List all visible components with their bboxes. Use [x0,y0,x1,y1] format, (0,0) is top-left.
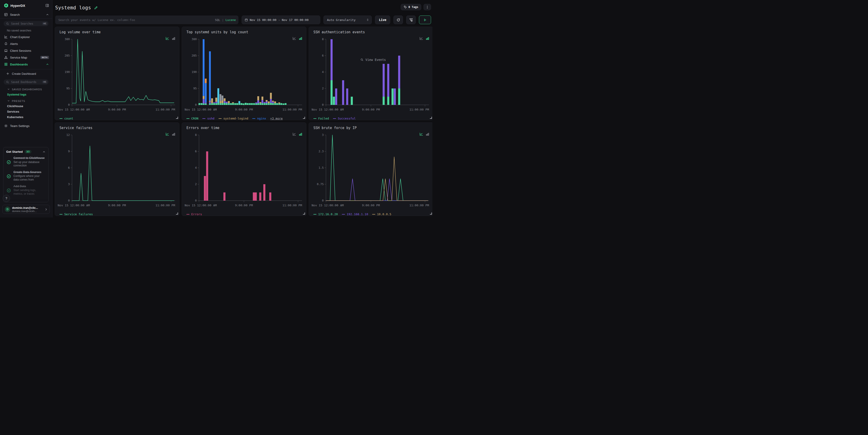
svg-text:9:00:00 PM: 9:00:00 PM [235,204,253,207]
bar-segment [211,103,213,105]
legend-item-failed[interactable]: Failed [313,117,329,120]
chevron-up-icon[interactable] [46,13,49,16]
sidebar-item-search[interactable]: Search [0,11,52,18]
chart-svg[interactable]: 380285190950Nov 15 12:00:00 AM9:00:00 PM… [186,37,302,113]
get-started-item[interactable]: Create Data SourcesConfigure where your … [6,170,45,182]
event-search-input[interactable] [58,18,213,22]
chart-svg[interactable]: 86420Nov 15 12:00:00 AM9:00:00 PM11:00:0… [186,133,302,209]
refresh-button[interactable] [394,15,403,24]
legend-item-sshd[interactable]: sshd [203,117,214,120]
edit-title-pencil-icon[interactable] [94,6,98,10]
lucene-toggle[interactable]: Lucene [225,18,236,22]
bar-chart-toggle-icon[interactable] [299,132,303,137]
card-resize-handle[interactable] [430,117,432,119]
legend-more-link[interactable]: +3 more [270,117,283,120]
bar-segment [239,103,240,105]
saved-searches-search[interactable]: ⌘K [4,21,49,26]
card-resize-handle[interactable] [176,117,178,119]
tags-button[interactable]: 0 Tags [401,4,421,10]
saved-dashboard-systemd-logs[interactable]: Systemd logs [0,91,52,96]
chart-plot-area[interactable]: 86420Nov 15 12:00:00 AM9:00:00 PM11:00:0… [186,133,302,209]
help-button[interactable]: ? [3,195,10,202]
line-chart-toggle-icon[interactable] [292,132,296,137]
filter-button[interactable] [406,15,416,24]
view-events-link[interactable]: View Events [360,58,386,62]
saved-dashboards-list: Systemd logs [0,91,52,96]
chart-card-ssh-brute: SSH brute force by IP32.31.50.750Nov 15 … [309,122,432,216]
bar-chart-toggle-icon[interactable] [426,132,429,137]
legend-item-192-168-1-10[interactable]: 192.168.1.10 [342,213,368,216]
chart-svg[interactable]: 129630Nov 15 12:00:00 AM9:00:00 PM11:00:… [60,133,175,209]
chart-plot-area[interactable]: 86420Nov 15 12:00:00 AM9:00:00 PM11:00:0… [313,37,429,113]
chart-svg[interactable]: 86420Nov 15 12:00:00 AM9:00:00 PM11:00:0… [313,37,429,113]
line-chart-toggle-icon[interactable] [165,132,169,137]
chevron-up-icon[interactable] [42,150,45,153]
bar-chart-toggle-icon[interactable] [299,36,303,41]
search-icon [6,22,9,25]
chart-plot-area[interactable]: 380285190950Nov 15 12:00:00 AM9:00:00 PM… [60,37,175,113]
chart-svg[interactable]: 32.31.50.750Nov 15 12:00:00 AM9:00:00 PM… [313,133,429,209]
legend-item-errors[interactable]: Errors [186,213,202,216]
legend-item-cron[interactable]: CRON [186,117,198,120]
saved-dashboards-input[interactable] [11,80,40,84]
get-started-item[interactable]: Connect to ClickHouseSet up your databas… [6,156,45,167]
create-dashboard-button[interactable]: Create Dashboard [0,70,52,77]
sidebar-item-client-sessions[interactable]: Client Sessions [0,47,52,54]
sql-toggle[interactable]: SQL [215,18,220,22]
bar-segment [226,103,227,105]
legend-item-count[interactable]: count [60,117,73,120]
presets-header[interactable]: PRESETS [0,96,52,102]
chart-plot-area[interactable]: 129630Nov 15 12:00:00 AM9:00:00 PM11:00:… [60,133,175,209]
line-chart-toggle-icon[interactable] [420,132,423,137]
get-started-item[interactable]: Add DataStart sending logs, metrics, or … [6,185,45,196]
sidebar-item-chart-explorer[interactable]: Chart Explorer [0,33,52,40]
line-chart-toggle-icon[interactable] [292,36,296,41]
chart-svg[interactable]: 380285190950Nov 15 12:00:00 AM9:00:00 PM… [60,37,175,113]
gear-icon [4,124,8,128]
sidebar-item-alerts[interactable]: Alerts [0,40,52,47]
svg-text:6: 6 [322,54,324,57]
bar-segment [243,103,244,105]
chart-plot-area[interactable]: 32.31.50.750Nov 15 12:00:00 AM9:00:00 PM… [313,133,429,209]
date-range-picker[interactable]: Nov 15 00:00:00 - Nov 17 00:00:00 [242,15,320,24]
bar-chart-toggle-icon[interactable] [172,132,176,137]
bar-chart-toggle-icon[interactable] [172,36,176,41]
granularity-select[interactable]: Auto Granularity [323,15,372,24]
event-search-box[interactable]: SQL | Lucene [55,15,239,24]
preset-kubernetes[interactable]: Kubernetes [0,113,52,119]
card-resize-handle[interactable] [430,213,432,215]
svg-text:9:00:00 PM: 9:00:00 PM [362,204,380,207]
live-button[interactable]: Live [375,15,390,24]
saved-dashboards-header[interactable]: SAVED DASHBOARDS [0,85,52,91]
legend-label: nginx [257,117,266,120]
run-query-button[interactable] [419,15,431,24]
legend-item-10-0-0-5[interactable]: 10.0.0.5 [372,213,392,216]
chart-plot-area[interactable]: 380285190950Nov 15 12:00:00 AM9:00:00 PM… [186,37,302,113]
sidebar-item-service-map[interactable]: Service MapBETA [0,54,52,61]
line-chart-toggle-icon[interactable] [420,36,423,41]
user-menu[interactable]: D dominic.tran@clic... dominic.tran@clic… [2,205,50,214]
legend-item-successful[interactable]: Successful [333,117,355,120]
no-saved-searches-text: No saved searches [0,26,52,33]
search-section-icon [4,13,8,17]
preset-clickhouse[interactable]: ClickHouse [0,102,52,108]
card-resize-handle[interactable] [303,117,305,119]
line-chart-toggle-icon[interactable] [165,36,169,41]
shortcut-badge: ⌘K [42,22,47,25]
chevron-up-icon[interactable] [46,63,49,66]
preset-services[interactable]: Services [0,108,52,113]
legend-item-nginx[interactable]: nginx [252,117,266,120]
saved-searches-input[interactable] [11,22,40,26]
sidebar-item-dashboards[interactable]: Dashboards [0,61,52,68]
card-resize-handle[interactable] [303,213,305,215]
legend-item-172-16-0-20[interactable]: 172.16.0.20 [313,213,338,216]
saved-dashboards-search[interactable]: ⌘K [4,79,49,85]
collapse-sidebar-icon[interactable] [45,4,49,7]
card-resize-handle[interactable] [176,213,178,215]
legend-item-service-failures[interactable]: Service failures [60,213,93,216]
sidebar-item-team-settings[interactable]: Team Settings [0,122,52,129]
bar-chart-toggle-icon[interactable] [426,36,429,41]
bar-segment [217,88,219,103]
legend-item-systemd-logind[interactable]: systemd-logind [219,117,248,120]
more-options-button[interactable] [424,4,431,10]
